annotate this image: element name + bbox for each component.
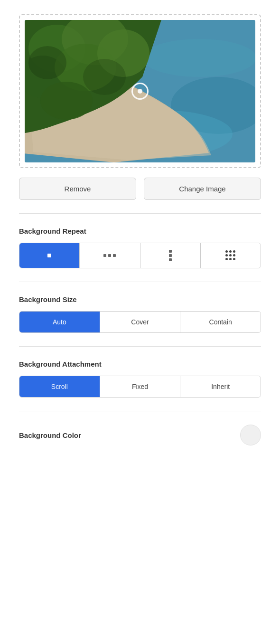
size-cover-button[interactable]: Cover — [100, 312, 181, 332]
repeat-both-button[interactable] — [201, 243, 261, 268]
image-drop-zone — [19, 14, 261, 168]
indicator-dot — [138, 89, 142, 94]
background-color-label: Background Color — [19, 431, 81, 439]
svg-point-2 — [142, 39, 255, 77]
repeat-x-button[interactable] — [80, 243, 140, 268]
divider-2 — [19, 282, 261, 282]
image-action-buttons: Remove Change Image — [19, 178, 261, 200]
background-attachment-section: Background Attachment Scroll Fixed Inher… — [19, 360, 261, 398]
attachment-fixed-button[interactable]: Fixed — [100, 376, 181, 397]
background-size-section: Background Size Auto Cover Contain — [19, 295, 261, 333]
background-attachment-label: Background Attachment — [19, 360, 261, 368]
background-color-section: Background Color — [19, 425, 261, 445]
image-section: Remove Change Image — [19, 14, 261, 200]
attachment-inherit-button[interactable]: Inherit — [180, 376, 261, 397]
repeat-x-icon — [103, 254, 116, 257]
background-color-swatch[interactable] — [240, 425, 261, 445]
divider-4 — [19, 411, 261, 411]
background-repeat-label: Background Repeat — [19, 227, 261, 235]
background-size-label: Background Size — [19, 295, 261, 303]
background-repeat-section: Background Repeat — [19, 227, 261, 268]
size-auto-button[interactable]: Auto — [19, 312, 100, 332]
divider-1 — [19, 213, 261, 214]
repeat-y-icon — [169, 250, 172, 261]
main-container: Remove Change Image Background Repeat — [0, 0, 280, 460]
svg-point-10 — [40, 82, 93, 120]
repeat-none-button[interactable] — [19, 243, 80, 268]
attachment-scroll-button[interactable]: Scroll — [19, 376, 100, 397]
repeat-none-icon — [47, 254, 51, 257]
change-image-button[interactable]: Change Image — [144, 178, 261, 200]
remove-button[interactable]: Remove — [19, 178, 136, 200]
image-preview — [25, 20, 255, 162]
svg-point-12 — [83, 59, 126, 95]
svg-point-11 — [28, 46, 66, 79]
repeat-both-icon — [225, 250, 236, 261]
background-size-toggle: Auto Cover Contain — [19, 311, 261, 333]
size-contain-button[interactable]: Contain — [180, 312, 261, 332]
image-center-indicator — [131, 83, 149, 100]
repeat-y-button[interactable] — [140, 243, 201, 268]
background-repeat-toggle — [19, 243, 261, 268]
background-attachment-toggle: Scroll Fixed Inherit — [19, 376, 261, 398]
divider-3 — [19, 346, 261, 347]
